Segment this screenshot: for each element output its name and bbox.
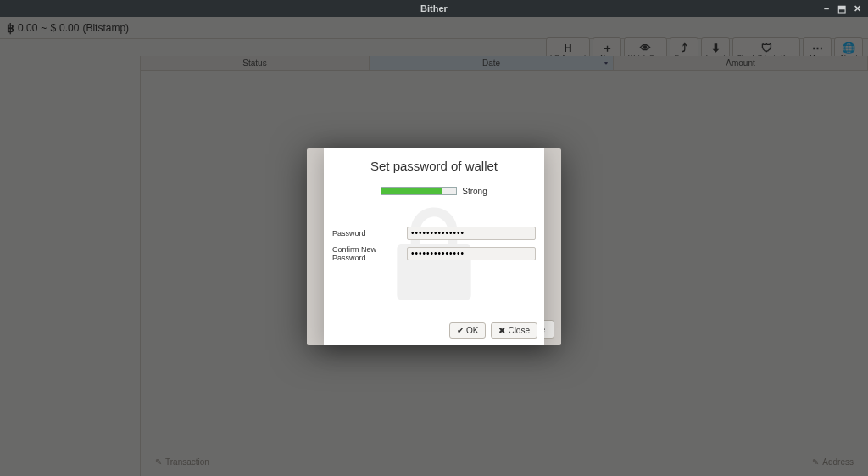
dialog-buttons: ✔ OK ✖ Close [449, 322, 537, 339]
ok-button[interactable]: ✔ OK [449, 322, 486, 339]
password-input[interactable] [407, 227, 536, 240]
password-row: Password [332, 227, 536, 240]
confirm-password-label: Confirm New Password [332, 245, 407, 262]
window-controls: – ⬒ ✕ [821, 3, 863, 14]
maximize-button[interactable]: ⬒ [836, 3, 848, 14]
close-button[interactable]: ✖ Close [491, 322, 537, 339]
password-strength-row: Strong [381, 187, 487, 196]
confirm-password-row: Confirm New Password [332, 245, 536, 262]
set-password-dialog: Set password of wallet Strong Password [324, 148, 544, 345]
strength-meter [381, 187, 457, 195]
password-form: Password Confirm New Password [324, 227, 544, 267]
close-icon: ✖ [498, 326, 505, 335]
strength-meter-fill [381, 188, 441, 194]
modal-overlay: se Set password of wallet Strong Passwor… [0, 17, 868, 476]
check-icon: ✔ [457, 326, 464, 335]
window-titlebar: Bither – ⬒ ✕ [0, 0, 868, 17]
dialog-title: Set password of wallet [370, 159, 498, 173]
password-label: Password [332, 229, 407, 238]
window-title: Bither [420, 3, 448, 14]
app-surface: ฿ 0.00 ~ $ 0.00 (Bitstamp) H HD Account … [0, 17, 868, 476]
minimize-button[interactable]: – [821, 3, 832, 14]
outer-dialog: se Set password of wallet Strong Passwor… [307, 148, 561, 345]
strength-label: Strong [462, 187, 487, 196]
confirm-password-input[interactable] [407, 247, 536, 260]
close-window-button[interactable]: ✕ [851, 3, 863, 14]
